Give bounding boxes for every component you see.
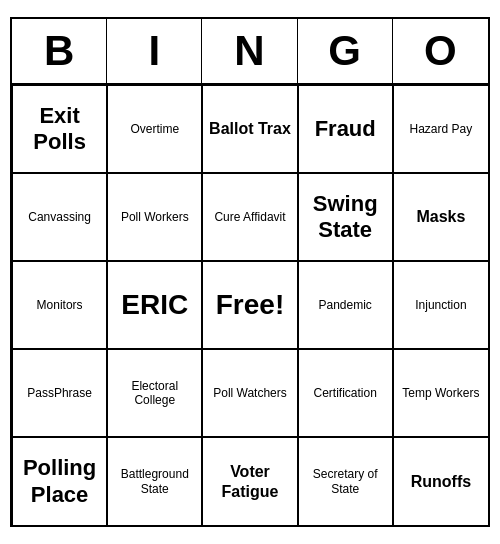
bingo-cell: Masks: [393, 173, 488, 261]
bingo-cell: Fraud: [298, 85, 393, 173]
bingo-cell: Injunction: [393, 261, 488, 349]
bingo-cell: Temp Workers: [393, 349, 488, 437]
cell-text: Swing State: [303, 191, 388, 244]
bingo-cell: Electoral College: [107, 349, 202, 437]
cell-text: Ballot Trax: [209, 119, 291, 138]
bingo-cell: Runoffs: [393, 437, 488, 525]
bingo-cell: Free!: [202, 261, 297, 349]
bingo-cell: Hazard Pay: [393, 85, 488, 173]
cell-text: Cure Affidavit: [214, 210, 285, 224]
cell-text: Injunction: [415, 298, 466, 312]
cell-text: Masks: [416, 207, 465, 226]
bingo-cell: PassPhrase: [12, 349, 107, 437]
cell-text: Free!: [216, 288, 284, 322]
cell-text: Overtime: [130, 122, 179, 136]
bingo-cell: Ballot Trax: [202, 85, 297, 173]
bingo-cell: Poll Workers: [107, 173, 202, 261]
header-letter: O: [393, 19, 488, 83]
bingo-cell: Polling Place: [12, 437, 107, 525]
header-letter: B: [12, 19, 107, 83]
cell-text: Secretary of State: [303, 467, 388, 496]
bingo-cell: Battleground State: [107, 437, 202, 525]
header-letter: I: [107, 19, 202, 83]
bingo-card: BINGO Exit PollsOvertimeBallot TraxFraud…: [10, 17, 490, 527]
bingo-cell: Secretary of State: [298, 437, 393, 525]
bingo-header: BINGO: [12, 19, 488, 85]
cell-text: Canvassing: [28, 210, 91, 224]
bingo-cell: ERIC: [107, 261, 202, 349]
bingo-cell: Voter Fatigue: [202, 437, 297, 525]
cell-text: Monitors: [37, 298, 83, 312]
cell-text: Voter Fatigue: [207, 462, 292, 500]
cell-text: Runoffs: [411, 472, 471, 491]
bingo-cell: Exit Polls: [12, 85, 107, 173]
bingo-cell: Canvassing: [12, 173, 107, 261]
cell-text: Electoral College: [112, 379, 197, 408]
cell-text: Poll Workers: [121, 210, 189, 224]
cell-text: Polling Place: [17, 455, 102, 508]
bingo-cell: Certification: [298, 349, 393, 437]
bingo-cell: Cure Affidavit: [202, 173, 297, 261]
cell-text: ERIC: [121, 288, 188, 322]
bingo-cell: Swing State: [298, 173, 393, 261]
bingo-cell: Pandemic: [298, 261, 393, 349]
cell-text: Exit Polls: [17, 103, 102, 156]
cell-text: Fraud: [315, 116, 376, 142]
cell-text: Pandemic: [319, 298, 372, 312]
cell-text: Hazard Pay: [410, 122, 473, 136]
bingo-grid: Exit PollsOvertimeBallot TraxFraudHazard…: [12, 85, 488, 525]
bingo-cell: Poll Watchers: [202, 349, 297, 437]
bingo-cell: Overtime: [107, 85, 202, 173]
cell-text: Poll Watchers: [213, 386, 287, 400]
cell-text: Battleground State: [112, 467, 197, 496]
header-letter: N: [202, 19, 297, 83]
cell-text: Temp Workers: [402, 386, 479, 400]
header-letter: G: [298, 19, 393, 83]
cell-text: Certification: [314, 386, 377, 400]
cell-text: PassPhrase: [27, 386, 92, 400]
bingo-cell: Monitors: [12, 261, 107, 349]
